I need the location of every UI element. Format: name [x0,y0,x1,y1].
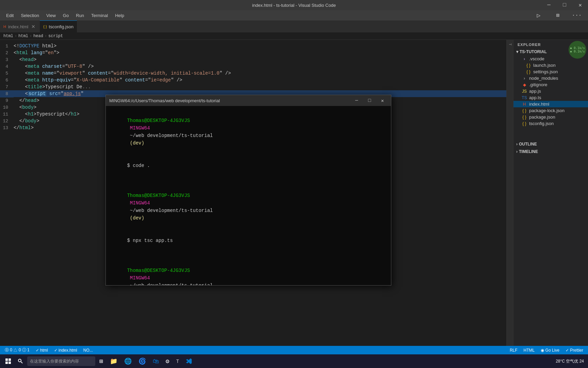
menu-help[interactable]: Help [112,12,127,19]
terminal-line-1: Thomas@DESKTOP-4JG3VJS MINGW64 ~/web dev… [110,109,387,154]
tab-html[interactable]: H index.html ✕ [0,20,40,32]
terminal-maximize-button[interactable]: □ [364,96,375,105]
status-prettier[interactable]: ✓ Prettier [564,348,585,353]
menu-edit[interactable]: Edit [3,12,16,19]
run-button[interactable]: ▷ [531,10,546,20]
editor-line-6: 6 <meta http-equiv="X-UA-Compatible" con… [0,77,506,83]
terminal-line-5: Thomas@DESKTOP-4JG3VJS MINGW64 ~/web dev… [110,259,387,285]
html-file-icon: H [3,25,6,29]
explorer-item-tsconfig[interactable]: { } tsconfig.json [513,120,588,127]
explorer-item-label-index-html: index.html [529,102,549,107]
minimap-toggle[interactable]: T [506,40,513,359]
explorer-item-package-lock[interactable]: { } package-lock.json [513,107,588,114]
svg-point-4 [18,359,21,362]
explorer-item-label-app-js: app.js [529,89,541,94]
explorer-item-index-html[interactable]: H index.html [513,101,588,107]
taskbar-store[interactable]: 🛍 [150,355,162,367]
svg-rect-0 [5,358,8,361]
taskbar-search-box[interactable]: 在这里输入你要搜索的内容 [27,356,95,366]
network-indicator: ◆ 0.1k/s ◆ 0.1k/s [569,41,586,59]
menu-view[interactable]: View [44,12,59,19]
status-no: NO... [82,348,94,353]
breadcrumb-script[interactable]: script [48,34,63,39]
taskbar-start[interactable] [3,355,14,367]
status-golive[interactable]: ◉ Go Live [539,348,561,353]
menu-run[interactable]: Run [73,12,87,19]
status-index-html[interactable]: ✓ index.html [53,348,79,353]
explorer-item-label-settings: settings.json [533,69,558,74]
editor-line-5: 5 <meta name="viewport" content="width=d… [0,70,506,77]
terminal-blank-2 [110,252,387,259]
explorer-item-package-json[interactable]: { } package.json [513,114,588,120]
taskbar-browser[interactable]: 🌐 [121,355,134,367]
explorer-section-timeline[interactable]: › TIMELINE [513,148,588,155]
close-button[interactable]: ✕ [572,0,588,10]
status-rlf[interactable]: RLF [508,348,519,353]
tab-bar: H index.html ✕ { } tsconfig.json [0,20,588,32]
status-html-mode[interactable]: HTML [522,348,536,353]
tab-html-label: index.html [8,24,28,29]
menu-terminal[interactable]: Terminal [88,12,111,19]
layout-button[interactable]: ⊞ [550,10,566,20]
taskbar-task-view[interactable]: ⊞ [97,355,106,367]
taskbar-terminal[interactable]: T [174,355,182,367]
status-bar: ⓪ 0 △ 0 ⓘ 1 ✓ html ✓ index.html NO... RL… [0,346,588,354]
explorer-item-label-gitignore: .gitignore [529,82,547,87]
taskbar-explorer[interactable]: 📁 [107,355,120,367]
breadcrumb-html2[interactable]: html [18,34,28,39]
taskbar-settings[interactable]: ⚙ [163,355,172,367]
terminal-minimize-button[interactable]: ─ [352,96,362,105]
status-errors[interactable]: ⓪ 0 △ 0 ⓘ 1 [3,347,31,353]
menu-go[interactable]: Go [60,12,71,19]
terminal-title: MINGW64:/c/Users/Thomas/web development/… [109,98,349,103]
explorer-item-node-modules[interactable]: › node_modules [513,75,588,81]
explorer-section-outline[interactable]: › OUTLINE [513,140,588,148]
terminal-window: MINGW64:/c/Users/Thomas/web development/… [105,95,391,286]
editor-line-2: 2 <html lang="en"> [0,49,506,56]
maximize-button[interactable]: □ [557,0,572,10]
terminal-line-3: Thomas@DESKTOP-4JG3VJS MINGW64 ~/web dev… [110,184,387,229]
explorer-sidebar: EXPLORER ▾ TS-TUTORIAL › .vscode { } lau… [513,40,588,359]
explorer-item-label-package-json: package.json [529,114,555,120]
svg-rect-3 [9,362,11,364]
menu-bar: Edit Selection View Go Run Terminal Help… [0,10,588,20]
tab-tsconfig[interactable]: { } tsconfig.json [40,20,77,32]
taskbar: 在这里输入你要搜索的内容 ⊞ 📁 🌐 🌀 🛍 ⚙ T 28°C 空气优 24 [0,354,588,368]
explorer-item-app-ts[interactable]: TS app.ts [513,94,588,101]
explorer-item-launch-json[interactable]: { } launch.json [513,62,588,68]
minimize-button[interactable]: ─ [541,0,557,10]
terminal-blank-1 [110,177,387,184]
status-html[interactable]: ✓ html [34,348,49,353]
terminal-body[interactable]: Thomas@DESKTOP-4JG3VJS MINGW64 ~/web dev… [106,106,391,285]
explorer-item-app-js[interactable]: JS app.js [513,88,588,94]
window-title: index.html - ts-tutorial - Visual Studio… [252,3,336,8]
title-bar: index.html - ts-tutorial - Visual Studio… [0,0,588,10]
breadcrumb-html[interactable]: html [3,34,13,39]
explorer-item-label-package-lock: package-lock.json [529,108,565,113]
window-controls: ─ □ ✕ [541,0,588,10]
svg-line-5 [21,362,23,364]
explorer-item-label-app-ts: app.ts [529,95,541,100]
menu-selection[interactable]: Selection [18,12,42,19]
taskbar-right: 28°C 空气优 24 [554,358,585,364]
explorer-item-label-tsconfig: tsconfig.json [529,121,554,126]
taskbar-edge[interactable]: 🌀 [136,355,149,367]
explorer-item-label-node-modules: node_modules [529,76,558,81]
taskbar-search-button[interactable] [15,355,26,367]
tab-html-close[interactable]: ✕ [30,24,36,29]
explorer-item-gitignore[interactable]: ◆ .gitignore [513,81,588,88]
explorer-item-label-launch: launch.json [533,63,556,68]
editor-line-3: 3 <head> [0,56,506,63]
explorer-item-label-vscode: .vscode [529,56,544,61]
svg-rect-2 [5,362,8,364]
explorer-item-settings-json[interactable]: { } settings.json [513,68,588,75]
more-button[interactable]: ··· [569,10,585,20]
breadcrumb-head[interactable]: head [33,34,43,39]
terminal-title-bar: MINGW64:/c/Users/Thomas/web development/… [106,95,391,106]
taskbar-weather[interactable]: 28°C 空气优 24 [554,358,585,364]
editor-line-1: 1 <!DOCTYPE html> [0,43,506,49]
editor-line-7: 7 <title>Typescript De... [0,83,506,90]
svg-rect-1 [9,358,11,361]
taskbar-vscode[interactable] [183,355,195,367]
terminal-close-button[interactable]: ✕ [377,96,388,105]
